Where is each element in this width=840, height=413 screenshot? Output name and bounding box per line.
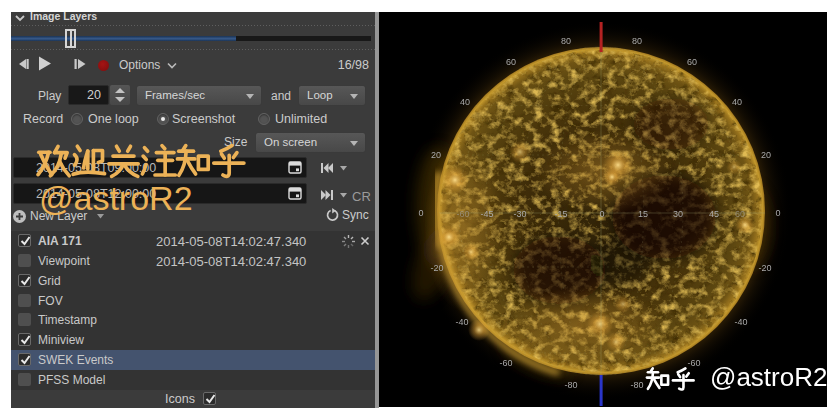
svg-text:-20: -20 (430, 263, 443, 273)
svg-text:-60: -60 (456, 209, 469, 219)
svg-text:80: 80 (561, 36, 571, 46)
svg-text:80: 80 (632, 36, 642, 46)
svg-text:40: 40 (732, 97, 742, 107)
svg-text:-40: -40 (734, 317, 747, 327)
svg-text:20: 20 (761, 150, 771, 160)
svg-text:-40: -40 (455, 317, 468, 327)
svg-text:20: 20 (431, 150, 441, 160)
svg-text:-15: -15 (554, 209, 567, 219)
svg-text:60: 60 (735, 209, 745, 219)
svg-text:15: 15 (638, 209, 648, 219)
svg-text:-30: -30 (513, 209, 526, 219)
svg-text:-20: -20 (758, 263, 771, 273)
svg-text:45: 45 (709, 209, 719, 219)
svg-text:40: 40 (460, 97, 470, 107)
svg-text:-60: -60 (499, 358, 512, 368)
svg-text:0: 0 (418, 208, 423, 218)
svg-text:-60: -60 (687, 358, 700, 368)
svg-text:0: 0 (599, 209, 604, 219)
svg-text:0: 0 (775, 208, 780, 218)
svg-text:-80: -80 (564, 380, 577, 390)
svg-text:-45: -45 (480, 209, 493, 219)
svg-text:-80: -80 (630, 380, 643, 390)
svg-text:60: 60 (687, 57, 697, 67)
svg-text:30: 30 (673, 209, 683, 219)
svg-text:@astroR2: @astroR2 (710, 362, 827, 392)
svg-text:60: 60 (506, 57, 516, 67)
